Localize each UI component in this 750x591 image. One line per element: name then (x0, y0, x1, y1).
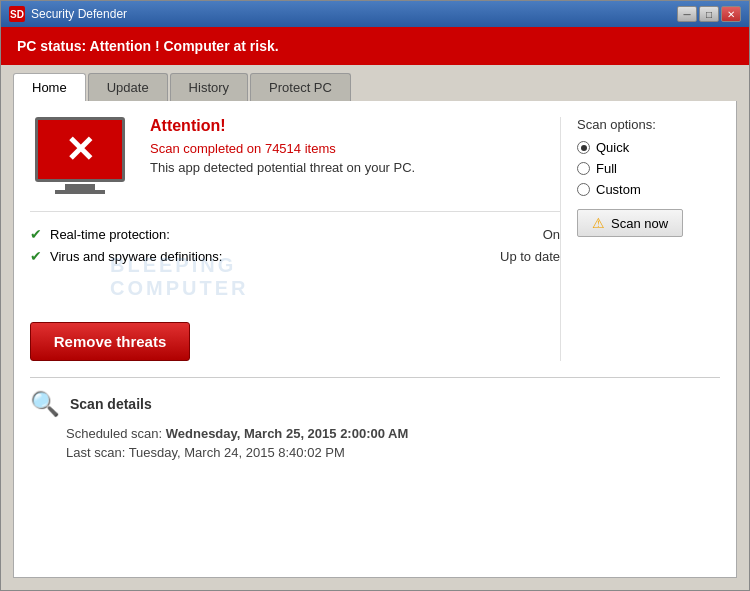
last-scan-row: Last scan: Tuesday, March 24, 2015 8:40:… (66, 445, 720, 460)
watermark-line2: COMPUTER (110, 277, 248, 300)
content-area: ✕ Attention! Scan completed on 74514 ite… (13, 101, 737, 578)
title-bar: SD Security Defender ─ □ ✕ (1, 1, 749, 27)
alert-bar: PC status: Attention ! Computer at risk. (1, 27, 749, 65)
divider-1 (30, 211, 560, 212)
scan-now-label: Scan now (611, 216, 668, 231)
realtime-row: ✔ Real-time protection: On (30, 226, 560, 242)
realtime-label: Real-time protection: (50, 227, 170, 242)
last-scan-label: Last scan: (66, 445, 125, 460)
monitor-base (55, 190, 105, 194)
radio-quick-circle (577, 141, 590, 154)
tab-bar: Home Update History Protect PC (1, 65, 749, 101)
tab-update[interactable]: Update (88, 73, 168, 101)
scheduled-value: Wednesday, March 25, 2015 2:00:00 AM (166, 426, 409, 441)
monitor-icon: ✕ (30, 117, 130, 197)
main-content: Home Update History Protect PC (1, 65, 749, 590)
window-title: Security Defender (31, 7, 127, 21)
x-icon: ✕ (65, 132, 95, 168)
tab-history[interactable]: History (170, 73, 248, 101)
warning-icon: ⚠ (592, 215, 605, 231)
watermark-area: BLEEPING COMPUTER (30, 274, 560, 304)
radio-custom[interactable]: Custom (577, 182, 720, 197)
attention-title: Attention! (150, 117, 560, 135)
monitor-screen: ✕ (35, 117, 125, 182)
close-button[interactable]: ✕ (721, 6, 741, 22)
remove-threats-button[interactable]: Remove threats (30, 322, 190, 361)
status-text: Attention! Scan completed on 74514 items… (150, 117, 560, 175)
tab-home[interactable]: Home (13, 73, 86, 101)
tab-protect-pc[interactable]: Protect PC (250, 73, 351, 101)
status-section: ✕ Attention! Scan completed on 74514 ite… (30, 117, 560, 197)
scan-details-section: 🔍 Scan details Scheduled scan: Wednesday… (30, 377, 720, 464)
radio-quick-label: Quick (596, 140, 629, 155)
remove-threats-wrapper: Remove threats (30, 314, 560, 361)
scan-options-title: Scan options: (577, 117, 720, 132)
radio-custom-circle (577, 183, 590, 196)
virus-value: Up to date (500, 249, 560, 264)
magnifier-icon: 🔍 (30, 390, 60, 418)
last-scan-value: Tuesday, March 24, 2015 8:40:02 PM (129, 445, 345, 460)
scan-completed: Scan completed on 74514 items (150, 141, 560, 156)
scan-details-title: Scan details (70, 396, 152, 412)
virus-label: Virus and spyware definitions: (50, 249, 222, 264)
scan-now-button[interactable]: ⚠ Scan now (577, 209, 683, 237)
virus-indicator: ✔ (30, 248, 42, 264)
upper-panel: ✕ Attention! Scan completed on 74514 ite… (30, 117, 720, 361)
radio-group: Quick Full Custom (577, 140, 720, 197)
realtime-value: On (543, 227, 560, 242)
realtime-indicator: ✔ (30, 226, 42, 242)
scheduled-label: Scheduled scan: (66, 426, 162, 441)
maximize-button[interactable]: □ (699, 6, 719, 22)
radio-full-label: Full (596, 161, 617, 176)
app-icon: SD (9, 6, 25, 22)
virus-row: ✔ Virus and spyware definitions: Up to d… (30, 248, 560, 264)
right-panel: Scan options: Quick Full Custom (560, 117, 720, 361)
minimize-button[interactable]: ─ (677, 6, 697, 22)
scan-details-header: 🔍 Scan details (30, 390, 720, 418)
scheduled-scan-row: Scheduled scan: Wednesday, March 25, 201… (66, 426, 720, 441)
protection-status: ✔ Real-time protection: On ✔ Virus and s… (30, 226, 560, 264)
radio-full-circle (577, 162, 590, 175)
left-panel: ✕ Attention! Scan completed on 74514 ite… (30, 117, 560, 361)
radio-full[interactable]: Full (577, 161, 720, 176)
scan-message: This app detected potential threat on yo… (150, 160, 560, 175)
main-window: SD Security Defender ─ □ ✕ PC status: At… (0, 0, 750, 591)
radio-custom-label: Custom (596, 182, 641, 197)
alert-text: PC status: Attention ! Computer at risk. (17, 38, 279, 54)
window-controls: ─ □ ✕ (677, 6, 741, 22)
radio-quick[interactable]: Quick (577, 140, 720, 155)
title-bar-left: SD Security Defender (9, 6, 127, 22)
